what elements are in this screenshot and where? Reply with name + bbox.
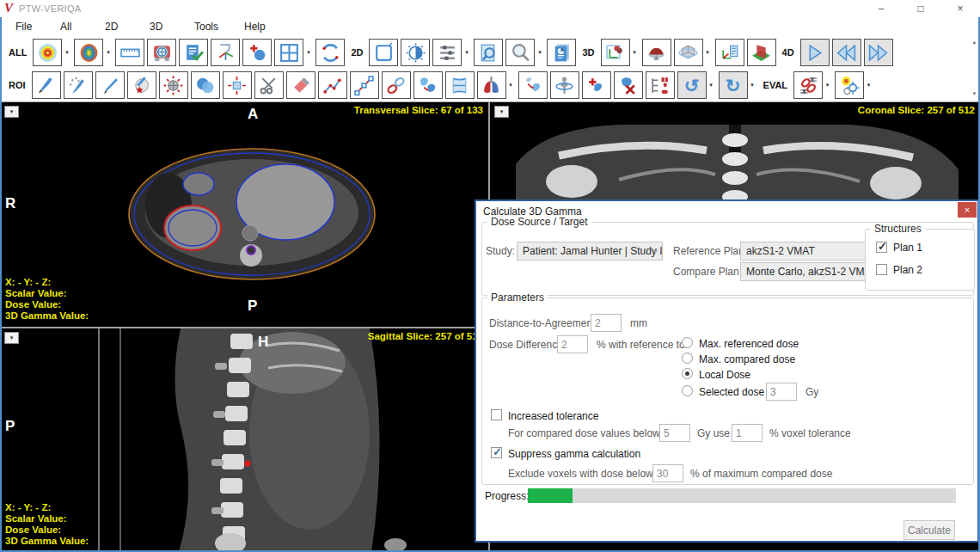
menu-3d[interactable]: 3D — [150, 21, 168, 33]
cut-button[interactable] — [254, 71, 284, 99]
local-dose-radio[interactable] — [682, 368, 693, 379]
3d-rotate-button[interactable] — [674, 39, 703, 66]
menu-2d[interactable]: 2D — [105, 21, 124, 33]
link-evaluation-button[interactable] — [793, 71, 823, 99]
chevron-down-icon[interactable]: ▾ — [703, 49, 713, 56]
parameters-group: Parameters Distance-to-Agreement: mm Dos… — [481, 297, 974, 485]
chevron-down-icon[interactable]: ▾ — [630, 49, 640, 56]
dta-input[interactable] — [591, 314, 622, 332]
viewport-transversal[interactable]: ▾ Transversal Slice: 67 of 133 A R P X: … — [0, 102, 488, 327]
measure-ruler-button[interactable] — [115, 39, 144, 66]
suppress-gamma-checkbox[interactable] — [491, 447, 502, 458]
undo-button[interactable]: ↺ — [677, 71, 707, 99]
exclude-detail-prefix: Exclude voxels with dose below — [508, 468, 653, 480]
chevron-down-icon[interactable]: ▾ — [462, 49, 471, 56]
plan1-checkbox[interactable] — [876, 242, 887, 253]
add-poi-button[interactable] — [242, 39, 272, 66]
chevron-down-icon[interactable]: ▾ — [748, 82, 757, 89]
max-compared-dose-radio[interactable] — [682, 353, 693, 364]
study-select[interactable]: Patient: Jamal Hunter | Study ID: — [517, 242, 663, 261]
dose-display-button[interactable] — [33, 39, 62, 66]
viewport-menu-button[interactable]: ▾ — [494, 106, 509, 118]
dose-evaluation-button[interactable] — [835, 71, 864, 99]
scanner-setup-button[interactable] — [147, 39, 176, 66]
max-referenced-dose-radio[interactable] — [682, 337, 693, 348]
delete-roi-button[interactable] — [614, 71, 643, 99]
boolean-combine-button[interactable] — [191, 71, 220, 99]
edit-nodes-button[interactable] — [350, 71, 379, 99]
open-polyline-button[interactable] — [318, 71, 347, 99]
image-display-button[interactable] — [74, 39, 103, 66]
roi-list-button[interactable] — [646, 71, 675, 99]
chevron-down-icon[interactable]: ▾ — [864, 82, 873, 89]
chevron-down-icon[interactable]: ▾ — [303, 49, 313, 56]
3d-scene-button[interactable] — [601, 39, 630, 66]
increased-tolerance-checkbox[interactable] — [491, 409, 502, 420]
compare-plan-label: Compare Plan: — [673, 266, 742, 278]
slice-controls-button[interactable] — [432, 39, 462, 66]
dose-difference-input[interactable] — [557, 335, 588, 353]
zoom-tool-button[interactable] — [505, 39, 535, 66]
orientation-posterior: P — [248, 297, 257, 315]
close-button[interactable]: × — [940, 0, 980, 17]
below-dose-input[interactable] — [659, 424, 690, 442]
selected-dose-input[interactable] — [766, 383, 797, 401]
app-title: PTW-VERIQA — [19, 3, 81, 14]
chevron-down-icon[interactable]: ▾ — [535, 49, 544, 56]
rewind-button[interactable] — [832, 39, 861, 66]
body-outline-button[interactable] — [550, 71, 579, 99]
auto-segmentation-button[interactable] — [477, 71, 506, 99]
viewport-sagittal[interactable]: ▾ Sagittal Slice: 257 of 512 H P X: - Y:… — [0, 328, 488, 552]
beam-geometry-button[interactable] — [211, 39, 240, 66]
brush-button[interactable] — [32, 71, 61, 99]
reset-views-button[interactable] — [315, 39, 345, 66]
voxel-tolerance-input[interactable] — [732, 424, 763, 442]
pen-button[interactable] — [95, 71, 125, 99]
chevron-down-icon[interactable]: ▾ — [506, 82, 516, 89]
dialog-close-button[interactable]: × — [958, 202, 977, 218]
plan-check-button[interactable] — [179, 39, 208, 66]
viewport-layout-button[interactable] — [274, 39, 303, 66]
3d-settings-button[interactable] — [715, 39, 744, 66]
plan2-checkbox[interactable] — [876, 264, 887, 275]
scroll-down-icon[interactable]: ▼ — [972, 91, 977, 96]
menu-all[interactable]: All — [60, 21, 79, 33]
restore-button[interactable]: □ — [901, 0, 940, 17]
selected-dose-radio[interactable] — [682, 385, 693, 396]
chevron-down-icon[interactable]: ▾ — [103, 49, 113, 56]
viewport-menu-button[interactable]: ▾ — [4, 106, 19, 118]
margin-2d-button[interactable] — [223, 71, 252, 99]
chevron-down-icon[interactable]: ▾ — [62, 49, 71, 56]
add-roi-button[interactable] — [582, 71, 611, 99]
menu-help[interactable]: Help — [244, 21, 266, 33]
viewport-menu-button[interactable]: ▾ — [4, 332, 19, 344]
fast-forward-button[interactable] — [864, 39, 893, 66]
play-button[interactable] — [800, 39, 830, 66]
scroll-up-icon[interactable]: ▲ — [972, 40, 977, 45]
erase-button[interactable] — [286, 71, 315, 99]
crop-button[interactable] — [369, 39, 398, 66]
expand-3d-button[interactable] — [159, 71, 188, 99]
chevron-down-icon[interactable]: ▾ — [707, 82, 716, 89]
3d-surface-button[interactable] — [642, 39, 671, 66]
report-preview-button[interactable] — [474, 39, 503, 66]
smart-brush-button[interactable] — [64, 71, 93, 99]
plane-intersection-button[interactable] — [747, 39, 776, 66]
calculate-button[interactable]: Calculate — [903, 520, 955, 540]
exclude-dose-input[interactable] — [652, 464, 683, 482]
info-gamma: 3D Gamma Value: — [5, 536, 89, 547]
chevron-down-icon[interactable]: ▾ — [823, 82, 832, 89]
menu-tools[interactable]: Tools — [194, 21, 218, 33]
minimize-button[interactable]: – — [861, 0, 901, 17]
vertebra-segmentation-button[interactable] — [445, 71, 475, 99]
interpolate-chain-button[interactable] — [382, 71, 411, 99]
menu-file[interactable]: File — [15, 21, 34, 33]
redo-button[interactable]: ↻ — [719, 71, 748, 99]
report-button[interactable] — [547, 39, 576, 66]
copy-contour-button[interactable] — [413, 71, 443, 99]
toolbar-overflow[interactable]: ▲ ▼ — [971, 40, 978, 96]
reference-plan-value: akzS1-2 VMAT — [746, 245, 815, 257]
segment-star-button[interactable] — [127, 71, 156, 99]
propagate-contour-button[interactable] — [518, 71, 548, 99]
window-level-button[interactable] — [401, 39, 430, 66]
